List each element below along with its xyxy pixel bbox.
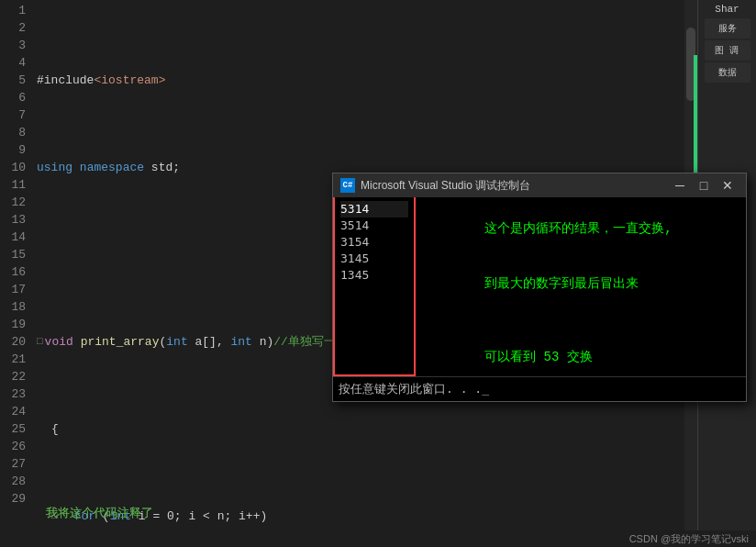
footer: CSDN @我的学习笔记vski — [0, 530, 756, 547]
console-window: C# Microsoft Visual Studio 调试控制台 ─ □ ✕ 5… — [332, 173, 747, 402]
console-num-0: 5314 — [340, 201, 408, 218]
console-annotation-text: 这个是内循环的结果，一直交换, 到最大的数字到最后冒出来 可以看到 53 交换 … — [423, 201, 739, 376]
console-num-4: 1345 — [340, 267, 408, 284]
console-titlebar: C# Microsoft Visual Studio 调试控制台 ─ □ ✕ — [333, 173, 746, 197]
close-button[interactable]: ✕ — [717, 176, 739, 195]
console-app-icon: C# — [340, 178, 355, 193]
console-bottom-text: 按任意键关闭此窗口. . ._ — [333, 376, 746, 401]
console-title: Microsoft Visual Studio 调试控制台 — [361, 178, 669, 194]
console-num-3: 3145 — [340, 251, 408, 267]
right-panel-title: Shar — [715, 4, 739, 15]
console-num-2: 3154 — [340, 234, 408, 251]
right-panel-item-debug[interactable]: 图 调 — [705, 40, 750, 61]
console-body: 5314 3514 3154 3145 1345 这个是内循环的结果，一直交换,… — [333, 197, 746, 376]
maximize-button[interactable]: □ — [693, 176, 715, 195]
right-panel-item-service[interactable]: 服务 — [705, 18, 750, 39]
console-annotation-area: 这个是内循环的结果，一直交换, 到最大的数字到最后冒出来 可以看到 53 交换 … — [416, 197, 746, 376]
console-num-1: 3514 — [340, 218, 408, 234]
annotation-comment-overlay: 我将这个代码注释了 — [46, 505, 153, 521]
console-numbers: 5314 3514 3154 3145 1345 — [333, 197, 416, 376]
right-panel-item-data[interactable]: 数据 — [705, 62, 750, 83]
code-line-5: { — [33, 420, 697, 438]
code-line-1: #include<iostream> — [33, 72, 697, 89]
console-window-controls[interactable]: ─ □ ✕ — [669, 176, 739, 195]
footer-attribution: CSDN @我的学习笔记vski — [629, 532, 749, 546]
minimize-button[interactable]: ─ — [669, 176, 691, 195]
line-numbers: 1 2 3 4 5 6 7 8 9 10 11 12 13 14 15 16 1… — [0, 0, 33, 547]
